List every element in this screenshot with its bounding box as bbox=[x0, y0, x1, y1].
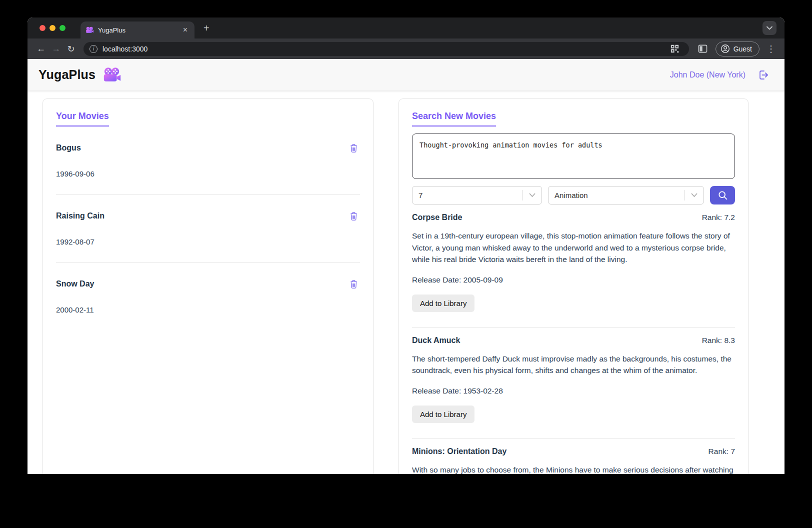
result-release-date: Release Date: 1953-02-28 bbox=[412, 386, 735, 396]
result-description: The short-tempered Daffy Duck must impro… bbox=[412, 353, 735, 376]
profile-label: Guest bbox=[734, 45, 752, 53]
result-title: Corpse Bride bbox=[412, 213, 462, 222]
add-to-library-button[interactable]: Add to Library bbox=[412, 406, 474, 423]
delete-movie-button[interactable] bbox=[348, 278, 360, 290]
tab-search-button[interactable] bbox=[762, 21, 776, 35]
your-movies-heading: Your Movies bbox=[56, 111, 109, 126]
app-header: YugaPlus John Doe (New York) bbox=[28, 59, 784, 90]
chevron-down-icon bbox=[523, 193, 542, 198]
address-text: localhost:3000 bbox=[102, 45, 666, 53]
browser-tab[interactable]: YugaPlus × bbox=[80, 22, 194, 38]
new-tab-button[interactable]: + bbox=[200, 22, 214, 35]
close-window-button[interactable] bbox=[40, 25, 46, 31]
movie-camera-favicon-icon bbox=[86, 26, 94, 34]
movie-title: Bogus bbox=[56, 144, 81, 152]
window-controls bbox=[40, 25, 66, 31]
search-result-item: Minions: Orientation Day Rank: 7 With so… bbox=[412, 447, 735, 474]
search-results-list: Corpse Bride Rank: 7.2 Set in a 19th-cen… bbox=[412, 213, 735, 474]
main-content: Your Movies Bogus 1996-09-06 Raising Cai… bbox=[28, 90, 784, 474]
result-rank: Rank: 7.2 bbox=[702, 213, 735, 222]
divider bbox=[56, 194, 360, 194]
reload-button[interactable]: ↻ bbox=[64, 42, 78, 56]
search-panel: Search New Movies Thought-provoking anim… bbox=[398, 98, 748, 474]
movie-release-date: 2000-02-11 bbox=[56, 306, 360, 314]
side-panel-button[interactable] bbox=[694, 44, 712, 54]
tab-title: YugaPlus bbox=[98, 26, 181, 34]
screen: YugaPlus × + ← → ↻ i localhost:3000 bbox=[0, 0, 812, 528]
browser-menu-button[interactable]: ⋮ bbox=[764, 44, 778, 54]
movie-title: Snow Day bbox=[56, 280, 94, 288]
library-movie-item: Snow Day 2000-02-11 bbox=[56, 278, 360, 314]
result-description: With so many jobs to choose from, the Mi… bbox=[412, 464, 735, 474]
your-movies-list: Bogus 1996-09-06 Raising Cain bbox=[56, 142, 360, 314]
profile-button[interactable]: Guest bbox=[716, 42, 760, 56]
person-icon bbox=[720, 44, 730, 54]
search-result-item: Corpse Bride Rank: 7.2 Set in a 19th-cen… bbox=[412, 213, 735, 328]
result-rank: Rank: 7 bbox=[708, 447, 735, 456]
result-rank: Rank: 8.3 bbox=[702, 336, 735, 345]
forward-button[interactable]: → bbox=[48, 42, 64, 56]
delete-movie-button[interactable] bbox=[348, 142, 360, 154]
search-button[interactable] bbox=[710, 186, 735, 204]
divider bbox=[56, 262, 360, 262]
movie-title: Raising Cain bbox=[56, 212, 104, 220]
library-movie-item: Bogus 1996-09-06 bbox=[56, 142, 360, 194]
delete-movie-button[interactable] bbox=[348, 210, 360, 222]
chevron-down-icon bbox=[685, 193, 704, 198]
back-button[interactable]: ← bbox=[34, 42, 48, 56]
add-to-library-button[interactable]: Add to Library bbox=[412, 294, 474, 312]
logout-icon[interactable] bbox=[758, 69, 770, 81]
app-title: YugaPlus bbox=[38, 68, 96, 82]
trash-icon bbox=[348, 278, 359, 290]
category-select[interactable]: Animation bbox=[548, 186, 704, 204]
search-result-item: Duck Amuck Rank: 8.3 The short-tempered … bbox=[412, 336, 735, 438]
tab-close-icon[interactable]: × bbox=[181, 25, 190, 35]
address-bar[interactable]: i localhost:3000 bbox=[84, 42, 689, 56]
search-controls: 7 Animation bbox=[412, 186, 735, 204]
browser-toolbar: ← → ↻ i localhost:3000 bbox=[28, 38, 784, 59]
browser-window: YugaPlus × + ← → ↻ i localhost:3000 bbox=[28, 18, 784, 474]
rank-select[interactable]: 7 bbox=[412, 186, 542, 204]
trash-icon bbox=[348, 142, 359, 154]
magnifier-icon bbox=[718, 190, 728, 200]
result-release-date: Release Date: 2005-09-09 bbox=[412, 276, 735, 284]
result-title: Minions: Orientation Day bbox=[412, 447, 506, 456]
library-movie-item: Raising Cain 1992-08-07 bbox=[56, 210, 360, 262]
movie-release-date: 1996-09-06 bbox=[56, 170, 360, 178]
movie-release-date: 1992-08-07 bbox=[56, 238, 360, 246]
search-query-input[interactable]: Thought-provoking animation movies for a… bbox=[412, 134, 735, 179]
result-description: Set in a 19th-century european village, … bbox=[412, 230, 735, 266]
site-info-icon[interactable]: i bbox=[90, 45, 98, 53]
result-title: Duck Amuck bbox=[412, 336, 460, 345]
browser-tab-strip: YugaPlus × + bbox=[28, 18, 784, 38]
divider bbox=[412, 438, 735, 438]
qr-code-icon[interactable] bbox=[666, 44, 683, 53]
chevron-down-icon bbox=[766, 26, 772, 30]
search-heading: Search New Movies bbox=[412, 111, 496, 126]
divider bbox=[412, 327, 735, 328]
fullscreen-window-button[interactable] bbox=[60, 25, 66, 31]
user-profile-link[interactable]: John Doe (New York) bbox=[670, 70, 746, 80]
movie-camera-icon bbox=[102, 67, 122, 82]
minimize-window-button[interactable] bbox=[50, 25, 56, 31]
trash-icon bbox=[348, 210, 359, 222]
your-movies-panel: Your Movies Bogus 1996-09-06 Raising Cai… bbox=[42, 98, 374, 474]
